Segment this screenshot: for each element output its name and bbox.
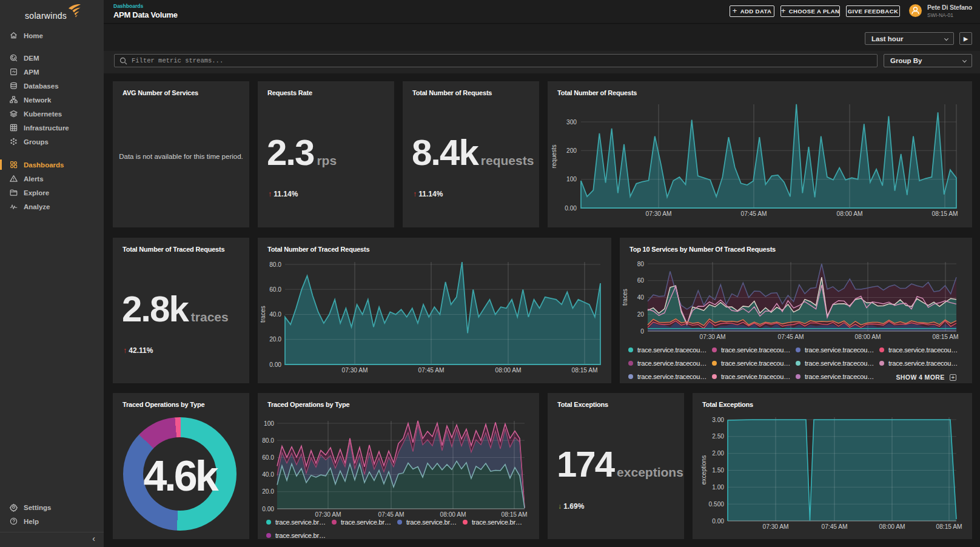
svg-text:07:30 AM: 07:30 AM bbox=[699, 334, 725, 340]
svg-text:100: 100 bbox=[566, 176, 577, 183]
svg-text:07:30 AM: 07:30 AM bbox=[645, 210, 671, 217]
svg-text:0.00: 0.00 bbox=[262, 506, 274, 512]
svg-text:0.00: 0.00 bbox=[565, 205, 577, 212]
svg-text:07:45 AM: 07:45 AM bbox=[378, 511, 404, 518]
svg-text:08:15 AM: 08:15 AM bbox=[936, 523, 962, 530]
svg-text:0: 0 bbox=[640, 328, 644, 335]
svg-text:07:30 AM: 07:30 AM bbox=[341, 367, 368, 374]
svg-text:60: 60 bbox=[637, 277, 645, 284]
svg-text:08:15 AM: 08:15 AM bbox=[932, 334, 958, 340]
svg-text:2.00: 2.00 bbox=[712, 450, 724, 457]
svg-text:07:45 AM: 07:45 AM bbox=[777, 334, 804, 340]
svg-text:80.0: 80.0 bbox=[269, 261, 281, 268]
svg-text:2.50: 2.50 bbox=[712, 433, 724, 440]
svg-text:20: 20 bbox=[637, 311, 645, 318]
svg-text:60.0: 60.0 bbox=[262, 454, 274, 461]
svg-text:60.0: 60.0 bbox=[269, 286, 281, 293]
svg-text:08:15 AM: 08:15 AM bbox=[931, 210, 958, 217]
svg-text:40: 40 bbox=[637, 294, 645, 301]
svg-text:07:45 AM: 07:45 AM bbox=[740, 210, 767, 217]
svg-text:07:30 AM: 07:30 AM bbox=[762, 523, 788, 530]
svg-text:08:00 AM: 08:00 AM bbox=[854, 334, 881, 340]
svg-text:08:00 AM: 08:00 AM bbox=[495, 367, 521, 374]
svg-text:08:00 AM: 08:00 AM bbox=[440, 511, 466, 518]
svg-text:300: 300 bbox=[566, 119, 577, 126]
svg-text:traces: traces bbox=[260, 306, 266, 323]
svg-text:40.0: 40.0 bbox=[269, 311, 281, 318]
svg-text:3.00: 3.00 bbox=[712, 417, 724, 423]
svg-text:exceptions: exceptions bbox=[700, 455, 707, 485]
svg-text:200: 200 bbox=[566, 147, 577, 154]
svg-text:0.00: 0.00 bbox=[269, 361, 281, 368]
svg-text:08:00 AM: 08:00 AM bbox=[879, 523, 905, 530]
svg-text:07:30 AM: 07:30 AM bbox=[315, 511, 341, 518]
svg-text:0.500: 0.500 bbox=[709, 501, 725, 508]
svg-text:08:15 AM: 08:15 AM bbox=[501, 511, 527, 518]
svg-text:0.00: 0.00 bbox=[712, 518, 724, 525]
svg-text:1.00: 1.00 bbox=[712, 484, 724, 491]
svg-text:1.50: 1.50 bbox=[712, 467, 724, 474]
svg-text:80: 80 bbox=[637, 261, 645, 267]
svg-text:80.0: 80.0 bbox=[262, 437, 274, 444]
svg-text:20.0: 20.0 bbox=[262, 488, 274, 495]
svg-text:07:45 AM: 07:45 AM bbox=[821, 523, 847, 530]
svg-text:40.0: 40.0 bbox=[262, 471, 274, 478]
svg-text:20.0: 20.0 bbox=[269, 336, 281, 343]
svg-text:requests: requests bbox=[551, 144, 557, 168]
svg-text:traces: traces bbox=[622, 289, 628, 306]
svg-text:100: 100 bbox=[264, 420, 274, 427]
svg-text:08:15 AM: 08:15 AM bbox=[571, 367, 597, 374]
svg-text:08:00 AM: 08:00 AM bbox=[836, 210, 862, 217]
svg-text:07:45 AM: 07:45 AM bbox=[418, 367, 444, 374]
